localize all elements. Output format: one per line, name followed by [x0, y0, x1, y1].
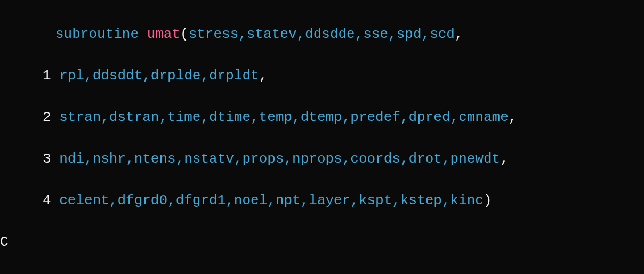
args: celent,dfgrd0,dfgrd1,noel,npt,layer,kspt…: [59, 192, 484, 208]
comment-line: C: [0, 232, 644, 253]
continuation-number: 3: [43, 151, 59, 167]
code-line: 2 stran,dstran,time,dtime,temp,dtemp,pre…: [0, 107, 644, 128]
punct: ,: [259, 68, 268, 84]
code-line: subroutine umat(stress,statev,ddsdde,sse…: [0, 24, 644, 45]
keyword-subroutine: subroutine: [55, 26, 139, 42]
punct: ,: [509, 109, 517, 125]
args: stran,dstran,time,dtime,temp,dtemp,prede…: [59, 109, 509, 125]
args: rpl,ddsddt,drplde,drpldt: [59, 68, 259, 84]
punct: ): [484, 192, 492, 208]
continuation-number: 4: [43, 192, 59, 208]
code-line: 4 celent,dfgrd0,dfgrd1,noel,npt,layer,ks…: [0, 190, 644, 211]
punct: ,: [455, 26, 463, 42]
args: ndi,nshr,ntens,nstatv,props,nprops,coord…: [59, 151, 500, 167]
function-name: umat: [139, 26, 180, 42]
comment-marker: C: [0, 234, 9, 250]
code-block: subroutine umat(stress,statev,ddsdde,sse…: [0, 0, 644, 274]
continuation-number: 2: [43, 109, 59, 125]
code-line: 3 ndi,nshr,ntens,nstatv,props,nprops,coo…: [0, 149, 644, 170]
continuation-number: 1: [43, 68, 59, 84]
args: stress,statev,ddsdde,sse,spd,scd: [189, 26, 455, 42]
punct: ,: [500, 151, 509, 167]
code-line: 1 rpl,ddsddt,drplde,drpldt,: [0, 66, 644, 86]
punct: (: [180, 26, 189, 42]
